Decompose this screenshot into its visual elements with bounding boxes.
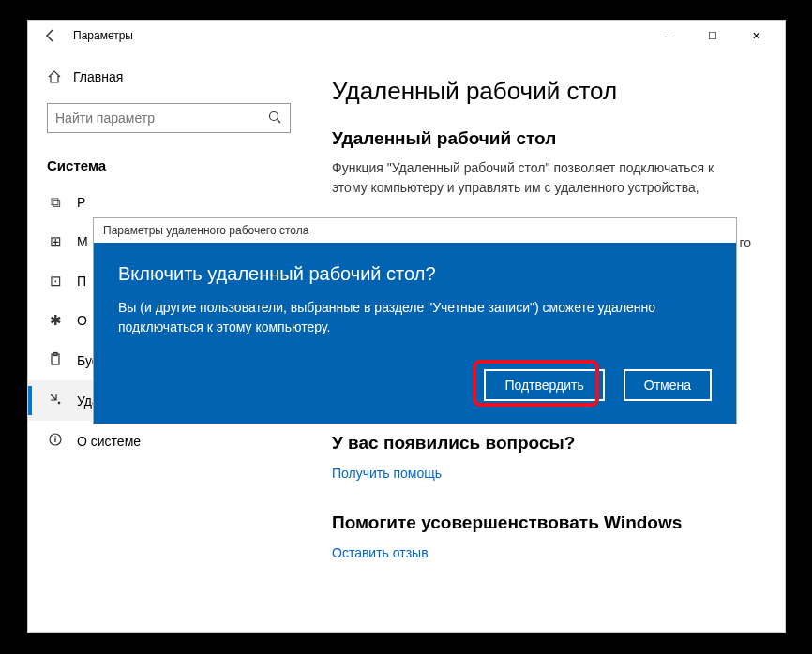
arrow-left-icon: [43, 28, 58, 43]
dialog-heading: Включить удаленный рабочий стол?: [118, 263, 712, 285]
svg-point-6: [54, 436, 56, 438]
dialog-buttons: Подтвердить Отмена: [118, 369, 712, 401]
home-icon: [47, 69, 62, 84]
svg-point-0: [270, 111, 278, 120]
remote-desktop-icon: [47, 392, 64, 409]
section-body-1: Функция "Удаленный рабочий стол" позволя…: [332, 158, 751, 198]
section-header: Система: [28, 144, 309, 183]
search-field[interactable]: [55, 111, 267, 126]
section-title-3: Помогите усовершенствовать Windows: [332, 513, 751, 533]
close-button[interactable]: ✕: [734, 21, 777, 51]
section-title-2: У вас появились вопросы?: [332, 433, 751, 453]
home-label: Главная: [73, 69, 123, 84]
sidebar-item-label: О: [77, 313, 87, 328]
help-link[interactable]: Получить помощь: [332, 463, 751, 483]
dialog-body: Включить удаленный рабочий стол? Вы (и д…: [94, 243, 736, 424]
back-button[interactable]: [36, 21, 66, 51]
sidebar-item-about[interactable]: О системе: [28, 421, 309, 461]
svg-line-1: [278, 119, 281, 123]
maximize-button[interactable]: ☐: [691, 21, 734, 51]
search-input[interactable]: [47, 103, 291, 133]
sidebar-item-label: М: [77, 234, 88, 249]
section-title-1: Удаленный рабочий стол: [332, 128, 751, 149]
window-controls: — ☐ ✕: [648, 21, 777, 51]
shared-icon: ✱: [47, 312, 64, 329]
projecting-icon: ⊡: [47, 273, 64, 290]
titlebar: Параметры — ☐ ✕: [28, 21, 785, 51]
confirm-button[interactable]: Подтвердить: [484, 369, 604, 401]
sidebar-item-label: О системе: [77, 434, 141, 449]
feedback-link[interactable]: Оставить отзыв: [332, 543, 751, 563]
minimize-button[interactable]: —: [648, 21, 691, 51]
confirm-dialog: Параметры удаленного рабочего стола Вклю…: [93, 217, 737, 424]
dialog-title: Параметры удаленного рабочего стола: [94, 218, 736, 243]
info-icon: [47, 432, 64, 450]
dialog-text: Вы (и другие пользователи, выбранные в р…: [118, 298, 712, 337]
cancel-button[interactable]: Отмена: [624, 369, 712, 401]
home-nav[interactable]: Главная: [28, 62, 309, 92]
page-title: Удаленный рабочий стол: [332, 77, 751, 106]
search-icon: [267, 110, 282, 127]
multitask-icon: ⊞: [47, 233, 64, 250]
window-title: Параметры: [73, 29, 133, 42]
sidebar-item-label: Р: [77, 195, 85, 210]
sidebar-item-label: П: [77, 274, 86, 289]
sidebar-item-0[interactable]: ⧉ Р: [28, 183, 309, 222]
display-icon: ⧉: [47, 194, 64, 211]
clipboard-icon: [47, 351, 64, 369]
